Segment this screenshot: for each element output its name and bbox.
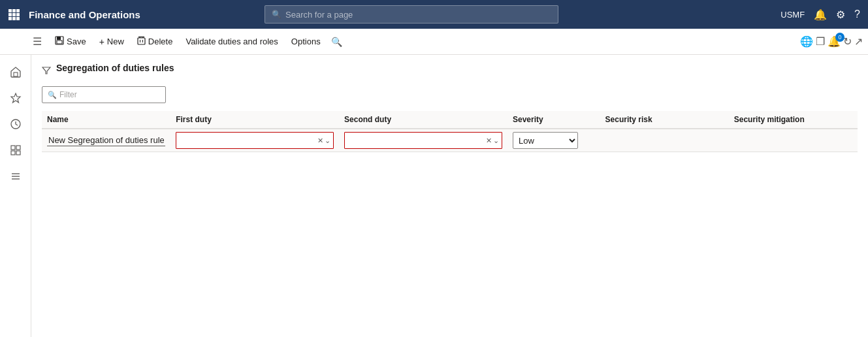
global-search-input[interactable] — [285, 10, 551, 20]
col-header-second-duty: Second duty — [339, 111, 507, 129]
data-table: Name First duty Second duty Severity Sec… — [42, 111, 858, 152]
svg-rect-10 — [57, 37, 61, 40]
content-area: Segregation of duties rules 🔍 Name First… — [31, 55, 868, 337]
svg-rect-5 — [16, 13, 20, 16]
name-cell — [42, 129, 170, 152]
second-duty-input[interactable] — [347, 136, 486, 146]
copy-icon[interactable]: ❐ — [816, 35, 825, 48]
security-risk-cell — [600, 129, 729, 152]
delete-label: Delete — [148, 37, 173, 46]
first-duty-input[interactable] — [179, 136, 317, 146]
main-layout: Segregation of duties rules 🔍 Name First… — [0, 55, 868, 337]
delete-icon — [137, 36, 146, 47]
svg-rect-6 — [8, 17, 12, 20]
svg-marker-28 — [42, 67, 50, 74]
col-header-first-duty: First duty — [170, 111, 339, 129]
user-company-label: USMF — [780, 10, 805, 20]
filter-search-icon: 🔍 — [48, 91, 57, 99]
second-duty-clear-icon[interactable]: ✕ — [486, 136, 492, 145]
filter-input[interactable] — [59, 90, 160, 99]
svg-rect-7 — [12, 17, 16, 20]
options-label: Options — [291, 37, 321, 46]
save-icon — [55, 36, 64, 47]
toolbar-search-button[interactable]: 🔍 — [331, 37, 342, 47]
first-duty-chevron-icon[interactable]: ⌄ — [325, 136, 330, 145]
top-right-icons: USMF 🔔 ⚙ ? — [780, 8, 860, 21]
svg-rect-22 — [16, 146, 20, 150]
delete-button[interactable]: Delete — [132, 33, 178, 50]
new-button[interactable]: + New — [94, 34, 129, 50]
page-title: Segregation of duties rules — [56, 63, 174, 73]
validate-button[interactable]: Validate duties and roles — [180, 34, 283, 49]
svg-rect-1 — [12, 9, 16, 12]
toolbar: ☰ Save + New Delete Validate duties and … — [0, 29, 868, 55]
second-duty-cell: ✕ ⌄ — [339, 129, 507, 152]
first-duty-dropdown[interactable]: ✕ ⌄ — [176, 132, 334, 149]
severity-select[interactable]: Low Medium High Critical — [513, 132, 578, 149]
svg-rect-23 — [11, 151, 15, 155]
new-icon: + — [99, 37, 104, 47]
options-button[interactable]: Options — [286, 34, 326, 49]
svg-rect-3 — [8, 13, 12, 16]
svg-rect-2 — [16, 9, 20, 12]
help-icon[interactable]: ? — [854, 8, 860, 20]
severity-cell: Low Medium High Critical — [507, 129, 600, 152]
badge-count: 0 — [835, 33, 844, 42]
col-header-security-mitigation: Security mitigation — [729, 111, 858, 129]
svg-rect-12 — [138, 38, 145, 44]
filter-bar: 🔍 — [42, 86, 858, 103]
security-mitigation-cell — [729, 129, 858, 152]
first-duty-cell: ✕ ⌄ — [170, 129, 339, 152]
settings-icon[interactable]: ⚙ — [836, 8, 845, 21]
col-header-security-risk: Security risk — [600, 111, 729, 129]
svg-rect-24 — [16, 151, 20, 155]
name-input[interactable] — [47, 135, 165, 146]
sidebar-item-home[interactable] — [4, 60, 27, 84]
sidebar-item-favorites[interactable] — [4, 86, 27, 110]
svg-marker-19 — [11, 93, 20, 103]
hamburger-icon[interactable]: ☰ — [33, 35, 42, 48]
svg-rect-4 — [12, 13, 16, 16]
col-header-name: Name — [42, 111, 170, 129]
globe-icon[interactable]: 🌐 — [800, 35, 813, 48]
sidebar-item-list[interactable] — [4, 165, 27, 188]
sidebar-item-workspaces[interactable] — [4, 138, 27, 162]
svg-rect-8 — [16, 17, 20, 20]
svg-rect-0 — [8, 9, 12, 12]
new-label: New — [107, 37, 124, 46]
sidebar-item-recent[interactable] — [4, 112, 27, 136]
sidebar — [0, 55, 31, 337]
notification-icon[interactable]: 🔔 — [814, 8, 827, 21]
expand-icon[interactable]: ↗ — [854, 35, 863, 48]
filter-input-wrap: 🔍 — [42, 86, 166, 103]
validate-label: Validate duties and roles — [185, 37, 278, 46]
filter-icon — [42, 66, 51, 77]
second-duty-dropdown[interactable]: ✕ ⌄ — [344, 132, 502, 149]
severity-dropdown-wrap: Low Medium High Critical — [513, 132, 595, 149]
search-icon: 🔍 — [272, 10, 281, 19]
table-row: ✕ ⌄ ✕ ⌄ — [42, 129, 858, 152]
save-button[interactable]: Save — [50, 33, 91, 50]
app-title: Finance and Operations — [29, 9, 140, 20]
app-grid-icon[interactable] — [8, 8, 20, 20]
first-duty-clear-icon[interactable]: ✕ — [317, 136, 323, 145]
svg-rect-18 — [14, 72, 18, 76]
global-search-box[interactable]: 🔍 — [265, 5, 558, 24]
top-navigation: Finance and Operations 🔍 USMF 🔔 ⚙ ? — [0, 0, 868, 29]
save-label: Save — [67, 37, 86, 46]
col-header-severity: Severity — [507, 111, 600, 129]
badge-icon[interactable]: 🔔 0 — [828, 35, 841, 48]
second-duty-chevron-icon[interactable]: ⌄ — [493, 136, 499, 145]
svg-rect-21 — [11, 146, 15, 150]
svg-rect-11 — [57, 40, 62, 44]
